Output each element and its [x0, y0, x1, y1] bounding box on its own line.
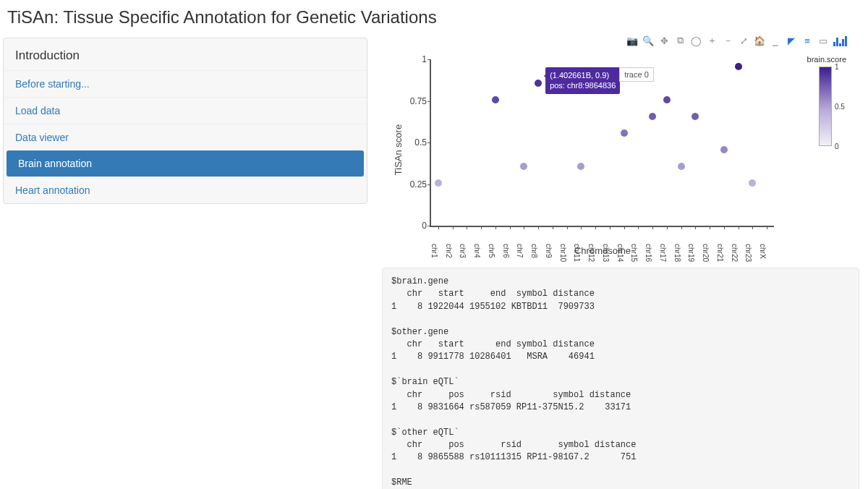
y-tick: 0 — [402, 221, 427, 231]
x-tick: chr9 — [545, 244, 553, 258]
x-tick: chr13 — [602, 244, 610, 262]
x-tick: chr8 — [530, 244, 538, 258]
sidebar-nav: Before starting...Load dataData viewerBr… — [4, 70, 367, 203]
colorbar-tick: 0 — [835, 143, 839, 150]
x-tick: chr14 — [616, 244, 624, 262]
sidebar-item[interactable]: Before starting... — [4, 70, 367, 97]
page-title: TiSAn: Tissue Specific Annotation for Ge… — [0, 0, 868, 35]
data-point[interactable] — [749, 179, 756, 187]
sidebar-title: Introduction — [4, 38, 367, 70]
x-tick: chr17 — [659, 244, 667, 262]
y-tick: 0.25 — [402, 179, 427, 190]
console-output: $brain.gene chr start end symbol distanc… — [382, 268, 859, 489]
sidebar-item[interactable]: Load data — [4, 97, 367, 124]
colorbar: 1 0.5 0 — [819, 67, 832, 146]
x-tick: chr16 — [644, 244, 652, 262]
colorbar-tick: 1 — [835, 63, 839, 71]
x-tick: chr15 — [630, 244, 638, 262]
x-tick: chrX — [759, 244, 767, 259]
x-tick: chr3 — [459, 244, 467, 258]
y-tick: 0.5 — [402, 137, 427, 148]
x-tick: chr2 — [445, 244, 453, 258]
data-point[interactable] — [663, 96, 671, 103]
x-tick: chr20 — [702, 244, 710, 262]
data-point[interactable] — [435, 179, 442, 187]
data-point[interactable] — [692, 113, 699, 120]
sidebar-item[interactable]: Data viewer — [4, 124, 367, 150]
data-point[interactable] — [678, 163, 685, 170]
x-tick: chr4 — [473, 244, 481, 258]
x-tick: chr5 — [488, 244, 495, 258]
data-point[interactable] — [535, 80, 542, 87]
main-panel: 📷 🔍 ✥ ⧉ ◯ ＋ － ⤢ 🏠 ⎯ ◤ ≡ ▭ TiSAn score Ch… — [367, 35, 868, 489]
x-tick: chr12 — [587, 244, 595, 262]
data-point[interactable] — [735, 63, 742, 70]
x-tick: chr21 — [716, 244, 724, 262]
x-tick: chr7 — [516, 244, 524, 258]
data-point[interactable] — [520, 163, 527, 170]
y-tick: 1 — [402, 54, 427, 64]
colorbar-tick: 0.5 — [835, 103, 845, 111]
sidebar: Introduction Before starting...Load data… — [3, 38, 367, 204]
x-tick: chr1 — [430, 244, 438, 258]
data-point[interactable] — [621, 129, 628, 137]
x-tick: chr22 — [731, 244, 739, 262]
x-tick: chr10 — [559, 244, 567, 262]
x-tick: chr6 — [502, 244, 510, 258]
x-tick: chr23 — [744, 244, 752, 262]
x-tick: chr11 — [573, 244, 581, 262]
x-tick: chr18 — [673, 244, 681, 262]
x-tick: chr19 — [687, 244, 695, 262]
hover-tooltip: (1.402661B, 0.9)pos: chr8:9864836 — [545, 67, 620, 94]
data-point[interactable] — [720, 146, 728, 153]
hover-trace-label: trace 0 — [619, 67, 654, 82]
sidebar-item[interactable]: Heart annotation — [4, 177, 367, 203]
sidebar-item[interactable]: Brain annotation — [7, 150, 364, 177]
y-axis-label: TiSAn score — [393, 124, 404, 175]
data-point[interactable] — [649, 113, 656, 120]
scatter-chart[interactable]: TiSAn score Chromosome 00.250.50.751chr1… — [382, 38, 861, 262]
plot-area[interactable]: Chromosome 00.250.50.751chr1chr2chr3chr4… — [430, 59, 774, 227]
data-point[interactable] — [492, 96, 499, 103]
data-point[interactable] — [577, 163, 584, 170]
colorbar-title: brain.score — [807, 55, 846, 64]
y-tick: 0.75 — [402, 96, 427, 106]
